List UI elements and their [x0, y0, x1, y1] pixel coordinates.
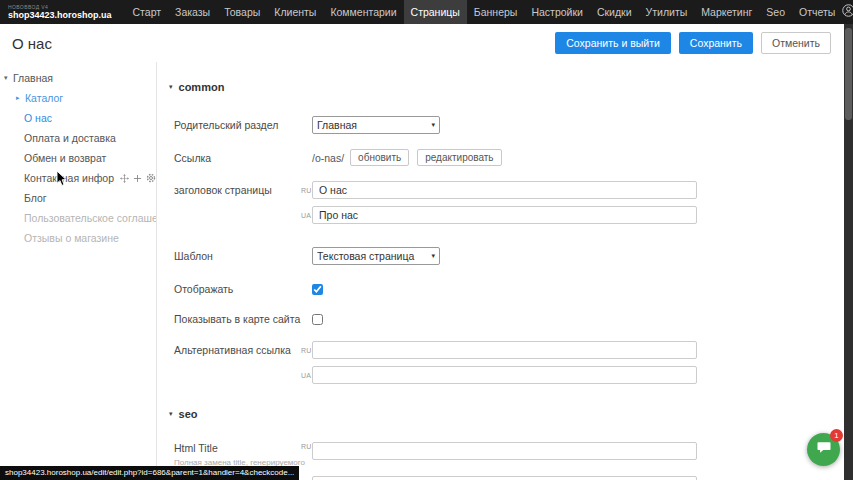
menu-item-nastroyki[interactable]: Настройки [524, 0, 590, 24]
lang-tag-ua: UA [301, 371, 312, 379]
menu-item-zakazy[interactable]: Заказы [168, 0, 217, 24]
alt-link-label: Альтернативная ссылка [174, 344, 301, 356]
lang-tag-ru: RU [301, 346, 312, 354]
alt-link-ua-input[interactable] [312, 366, 697, 384]
chevron-down-icon[interactable]: ▾ [4, 74, 12, 82]
menu-item-skidki[interactable]: Скидки [590, 0, 639, 24]
chevron-right-icon[interactable]: ▸ [16, 94, 24, 102]
section-title-common: common [179, 81, 225, 93]
display-checkbox[interactable] [312, 284, 323, 295]
page-title: О нас [12, 35, 52, 52]
save-and-exit-button[interactable]: Сохранить и выйти [555, 32, 671, 54]
tree-item-label: Контактная инфор [24, 172, 114, 184]
menu-item-otchety[interactable]: Отчеты [792, 0, 842, 24]
scrollbar-thumb[interactable] [845, 28, 852, 120]
lang-tag-ru: RU [301, 186, 312, 194]
topbar: НОВОВВОД V4 shop34423.horoshop.ua Старт … [0, 0, 853, 24]
sidebar-item-otzyvy-o-magazine[interactable]: Отзывы о магазине [0, 228, 156, 248]
sidebar-item-blog[interactable]: Блог [0, 188, 156, 208]
vertical-scrollbar[interactable] [844, 24, 853, 480]
menu-item-bannery[interactable]: Баннеры [467, 0, 525, 24]
menu-item-tovary[interactable]: Товары [217, 0, 267, 24]
section-seo-toggle[interactable]: ▾ seo [163, 407, 853, 421]
section-common-toggle[interactable]: ▾ common [163, 80, 853, 94]
save-button[interactable]: Сохранить [679, 32, 753, 54]
menu-item-seo[interactable]: Seo [759, 0, 792, 24]
pages-tree-sidebar: ▾ Главная ▸ Каталог О нас Оплата и доста… [0, 62, 157, 480]
main-menu: Старт Заказы Товары Клиенты Комментарии … [126, 0, 843, 24]
chat-launcher-button[interactable]: 1 [807, 433, 840, 466]
page-title-ua-input[interactable] [312, 206, 697, 224]
tree-item-label: О нас [24, 112, 52, 124]
display-label: Отображать [174, 283, 312, 295]
tree-item-label: Главная [13, 72, 53, 84]
logo-domain: shop34423.horoshop.ua [8, 11, 112, 20]
add-subpage-icon[interactable] [133, 174, 142, 183]
status-url-bar: shop34423.horoshop.ua/edit/edit.php?id=6… [0, 466, 299, 480]
html-title-ua-input[interactable] [312, 476, 697, 480]
sidebar-item-katalog[interactable]: ▸ Каталог [0, 88, 156, 108]
alt-link-ru-input[interactable] [312, 341, 697, 359]
chevron-down-icon: ▾ [169, 410, 173, 418]
tree-item-label: Пользовательское соглашение [24, 212, 157, 224]
logo-version: НОВОВВОД V4 [8, 5, 112, 10]
gear-icon[interactable] [146, 173, 156, 183]
sidebar-item-o-nas[interactable]: О нас [0, 108, 156, 128]
template-select[interactable]: Текстовая страница [312, 247, 440, 265]
sidebar-item-kontaktnaya-informatsiya[interactable]: Контактная инфор [0, 168, 156, 188]
page-header: О нас Сохранить и выйти Сохранить Отмени… [0, 24, 853, 62]
menu-item-klienty[interactable]: Клиенты [267, 0, 323, 24]
html-title-ru-input[interactable] [312, 442, 697, 460]
tree-item-label: Блог [24, 192, 47, 204]
sitemap-checkbox[interactable] [312, 314, 323, 325]
sidebar-item-polzovatelskoe-soglashenie[interactable]: Пользовательское соглашение [0, 208, 156, 228]
chat-unread-badge: 1 [830, 429, 843, 442]
menu-item-start[interactable]: Старт [126, 0, 169, 24]
chevron-down-icon: ▾ [169, 83, 173, 91]
template-label: Шаблон [174, 250, 312, 262]
link-label: Ссылка [174, 152, 312, 164]
menu-item-stranitsy[interactable]: Страницы [404, 0, 467, 24]
page-edit-form: ▾ common Родительский раздел Главная ▾ С… [157, 62, 853, 480]
link-path-value: /o-nas/ [312, 152, 344, 164]
sitemap-label: Показывать в карте сайта [174, 313, 312, 325]
page-title-ru-input[interactable] [312, 181, 697, 199]
lang-tag-ua: UA [301, 211, 312, 219]
sidebar-item-glavnaya[interactable]: ▾ Главная [0, 68, 156, 88]
parent-section-label: Родительский раздел [174, 119, 312, 131]
user-account-icon[interactable] [842, 3, 853, 21]
tree-item-label: Оплата и доставка [24, 132, 116, 144]
section-title-seo: seo [179, 408, 198, 420]
tree-item-label: Отзывы о магазине [24, 232, 119, 244]
tree-item-label: Каталог [25, 92, 63, 104]
sidebar-item-oplata-i-dostavka[interactable]: Оплата и доставка [0, 128, 156, 148]
parent-section-select[interactable]: Главная [312, 116, 440, 134]
logo[interactable]: НОВОВВОД V4 shop34423.horoshop.ua [8, 5, 112, 20]
move-icon[interactable] [120, 174, 129, 183]
sidebar-item-obmen-i-vozvrat[interactable]: Обмен и возврат [0, 148, 156, 168]
tree-item-label: Обмен и возврат [24, 152, 106, 164]
link-refresh-button[interactable]: обновить [350, 149, 409, 166]
cancel-button[interactable]: Отменить [761, 32, 831, 54]
menu-item-marketing[interactable]: Маркетинг [694, 0, 759, 24]
menu-item-utility[interactable]: Утилиты [639, 0, 695, 24]
html-title-label: Html Title [174, 442, 218, 454]
link-edit-button[interactable]: редактировать [417, 149, 501, 166]
chat-bubble-icon [816, 440, 832, 459]
menu-item-kommentarii[interactable]: Комментарии [323, 0, 403, 24]
lang-tag-ru: RU [301, 442, 312, 450]
page-title-label: заголовок страницы [174, 184, 301, 196]
